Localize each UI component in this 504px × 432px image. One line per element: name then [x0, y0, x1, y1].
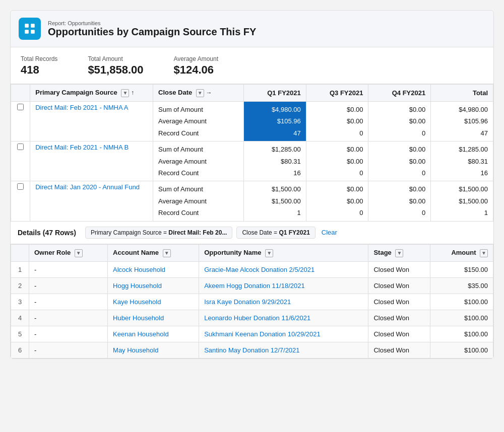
- detail-stage: Closed Won: [368, 277, 430, 294]
- matrix-table: Primary Campaign Source ▼ Close Date ▼ Q…: [11, 84, 493, 222]
- detail-amount: $100.00: [430, 342, 493, 358]
- detail-opportunity-name-cell: Sukhmani Keenan Donation 10/29/2021: [199, 326, 368, 342]
- matrix-q3-cell: $0.00$0.000: [306, 102, 368, 141]
- matrix-q1-cell[interactable]: $1,500.00$1,500.001: [244, 181, 306, 221]
- matrix-labels-cell: Sum of AmountAverage AmountRecord Count: [153, 102, 244, 141]
- report-header: Report: Opportunities Opportunities by C…: [11, 11, 493, 47]
- report-main-title: Opportunities by Campaign Source This FY: [48, 26, 256, 38]
- summary-bar: Total Records 418 Total Amount $51,858.0…: [11, 47, 493, 84]
- detail-table-row: 3-Kaye HouseholdIsra Kaye Donation 9/29/…: [11, 294, 493, 310]
- detail-account-name-link[interactable]: Alcock Household: [113, 266, 165, 273]
- detail-th-owner-role: Owner Role ▼: [29, 244, 108, 261]
- detail-table-row: 4-Huber HouseholdLeonardo Huber Donation…: [11, 310, 493, 326]
- matrix-row-checkbox[interactable]: [17, 104, 24, 110]
- detail-table-row: 6-May HouseholdSantino May Donation 12/7…: [11, 342, 493, 358]
- summary-average-amount-value: $124.06: [173, 63, 218, 77]
- svg-rect-1: [31, 24, 35, 28]
- summary-average-amount-label: Average Amount: [173, 55, 218, 62]
- detail-opportunity-name-link[interactable]: Leonardo Huber Donation 11/6/2021: [204, 314, 310, 322]
- detail-th-account-name: Account Name ▼: [108, 244, 199, 261]
- detail-account-name-cell: Alcock Household: [108, 261, 199, 277]
- detail-amount: $100.00: [430, 326, 493, 342]
- detail-account-name-link[interactable]: Keenan Household: [113, 330, 169, 338]
- matrix-row-checkbox[interactable]: [17, 183, 24, 190]
- detail-owner-role: -: [29, 261, 108, 277]
- detail-row-number: 6: [11, 342, 29, 358]
- detail-account-name-cell: Keenan Household: [108, 326, 199, 342]
- matrix-th-closedate[interactable]: Close Date ▼: [153, 85, 244, 102]
- amount-filter-icon[interactable]: ▼: [480, 249, 488, 257]
- owner-role-filter-icon[interactable]: ▼: [75, 249, 83, 257]
- detail-stage: Closed Won: [368, 310, 430, 326]
- detail-table-row: 1-Alcock HouseholdGracie-Mae Alcock Dona…: [11, 261, 493, 277]
- detail-account-name-link[interactable]: Hogg Household: [113, 282, 162, 290]
- matrix-q4-cell: $0.00$0.000: [368, 181, 431, 221]
- matrix-campaign-link[interactable]: Direct Mail: Feb 2021 - NMHA B: [35, 143, 129, 151]
- detail-account-name-cell: Huber Household: [108, 310, 199, 326]
- detail-owner-role: -: [29, 277, 108, 294]
- matrix-row-checkbox[interactable]: [17, 143, 24, 150]
- report-container: Report: Opportunities Opportunities by C…: [10, 10, 494, 359]
- detail-amount: $100.00: [430, 310, 493, 326]
- detail-amount: $35.00: [430, 277, 493, 294]
- detail-opportunity-name-link[interactable]: Akeem Hogg Donation 11/18/2021: [204, 282, 304, 290]
- detail-opportunity-name-link[interactable]: Sukhmani Keenan Donation 10/29/2021: [204, 330, 321, 338]
- svg-rect-3: [31, 30, 35, 34]
- closedate-filter-icon[interactable]: ▼: [196, 89, 204, 97]
- detail-amount: $150.00: [430, 261, 493, 277]
- detail-row-number: 2: [11, 277, 29, 294]
- detail-account-name-cell: Kaye Household: [108, 294, 199, 310]
- matrix-th-q1: Q1 FY2021: [244, 85, 306, 102]
- detail-stage: Closed Won: [368, 342, 430, 358]
- detail-opportunity-name-cell: Isra Kaye Donation 9/29/2021: [199, 294, 368, 310]
- detail-stage: Closed Won: [368, 294, 430, 310]
- svg-rect-0: [25, 24, 29, 28]
- report-title-block: Report: Opportunities Opportunities by C…: [48, 20, 256, 38]
- matrix-campaign-link[interactable]: Direct Mail: Feb 2021 - NMHA A: [35, 104, 128, 111]
- matrix-th-campaign[interactable]: Primary Campaign Source ▼: [30, 85, 153, 102]
- matrix-q1-cell[interactable]: $4,980.00$105.9647: [244, 102, 306, 141]
- matrix-q3-cell: $0.00$0.000: [306, 141, 368, 181]
- detail-opportunity-name-link[interactable]: Santino May Donation 12/7/2021: [204, 346, 299, 354]
- detail-opportunity-name-cell: Leonardo Huber Donation 11/6/2021: [199, 310, 368, 326]
- opportunity-name-filter-icon[interactable]: ▼: [265, 249, 273, 257]
- detail-th-rownum: [11, 244, 29, 261]
- detail-account-name-cell: Hogg Household: [108, 277, 199, 294]
- matrix-th-q4: Q4 FY2021: [368, 85, 431, 102]
- detail-opportunity-name-cell: Santino May Donation 12/7/2021: [199, 342, 368, 358]
- matrix-campaign-link[interactable]: Direct Mail: Jan 2020 - Annual Fund: [35, 183, 140, 191]
- detail-account-name-link[interactable]: Kaye Household: [113, 298, 161, 306]
- account-name-filter-icon[interactable]: ▼: [163, 249, 171, 257]
- matrix-labels-cell: Sum of AmountAverage AmountRecord Count: [153, 181, 244, 221]
- detail-account-name-cell: May Household: [108, 342, 199, 358]
- matrix-total-cell: $4,980.00$105.9647: [431, 102, 493, 141]
- detail-stage: Closed Won: [368, 326, 430, 342]
- matrix-q1-cell[interactable]: $1,285.00$80.3116: [244, 141, 306, 181]
- detail-opportunity-name-link[interactable]: Gracie-Mae Alcock Donation 2/5/2021: [204, 266, 314, 273]
- filter-clear-button[interactable]: Clear: [322, 229, 337, 236]
- matrix-q4-cell: $0.00$0.000: [368, 141, 431, 181]
- matrix-total-cell: $1,285.00$80.3116: [431, 141, 493, 181]
- detail-owner-role: -: [29, 342, 108, 358]
- matrix-campaign-cell: Direct Mail: Jan 2020 - Annual Fund: [30, 181, 153, 221]
- summary-total-records-label: Total Records: [21, 55, 57, 62]
- detail-opportunity-name-cell: Gracie-Mae Alcock Donation 2/5/2021: [199, 261, 368, 277]
- detail-opportunity-name-link[interactable]: Isra Kaye Donation 9/29/2021: [204, 298, 291, 306]
- summary-total-records-value: 418: [21, 63, 57, 77]
- stage-filter-icon[interactable]: ▼: [395, 249, 403, 257]
- report-icon: [19, 18, 41, 40]
- matrix-th-q3: Q3 FY2021: [306, 85, 368, 102]
- filter-pill-closedate: Close Date = Q1 FY2021: [236, 227, 315, 239]
- matrix-q4-cell: $0.00$0.000: [368, 102, 431, 141]
- summary-average-amount: Average Amount $124.06: [173, 55, 218, 77]
- detail-owner-role: -: [29, 294, 108, 310]
- detail-account-name-link[interactable]: Huber Household: [113, 314, 164, 322]
- detail-row-number: 4: [11, 310, 29, 326]
- detail-table-row: 5-Keenan HouseholdSukhmani Keenan Donati…: [11, 326, 493, 342]
- detail-stage: Closed Won: [368, 261, 430, 277]
- detail-amount: $100.00: [430, 294, 493, 310]
- matrix-th-total: Total: [431, 85, 493, 102]
- detail-account-name-link[interactable]: May Household: [113, 346, 158, 354]
- detail-opportunity-name-cell: Akeem Hogg Donation 11/18/2021: [199, 277, 368, 294]
- campaign-filter-icon[interactable]: ▼: [121, 89, 129, 97]
